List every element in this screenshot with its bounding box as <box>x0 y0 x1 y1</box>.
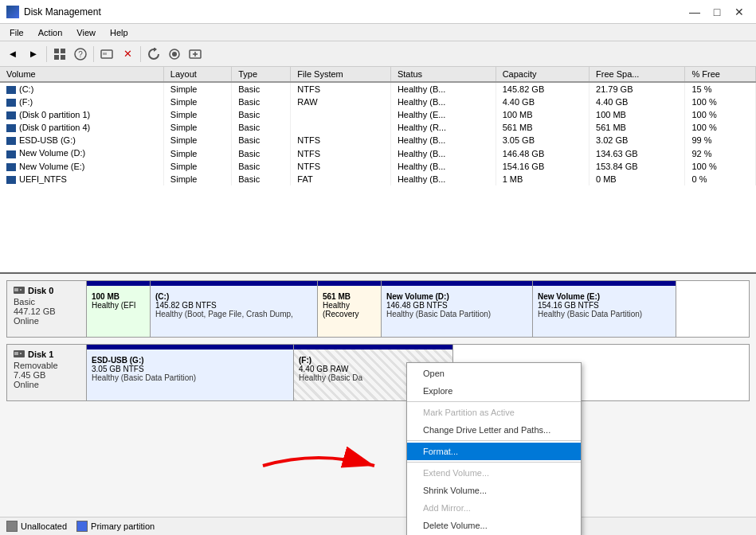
window-controls: — □ ✕ <box>684 4 750 20</box>
circle-button[interactable] <box>165 45 184 64</box>
volume-icon <box>6 137 16 145</box>
table-row[interactable]: New Volume (E:)SimpleBasicNTFSHealthy (B… <box>0 160 756 173</box>
menu-action[interactable]: Action <box>32 26 69 39</box>
disk-0-partition-4[interactable]: New Volume (E:)154.16 GB NTFSHealthy (Ba… <box>533 281 676 337</box>
disk-1-type: Removable <box>14 361 80 370</box>
view-button[interactable] <box>50 45 69 64</box>
arrow-annotation <box>255 446 382 487</box>
partition-header-bar <box>318 281 381 286</box>
col-type[interactable]: Type <box>232 67 291 82</box>
context-menu-separator <box>407 401 581 402</box>
partition-name: 100 MB <box>92 292 145 301</box>
back-button[interactable]: ◄ <box>3 45 22 64</box>
table-row[interactable]: New Volume (D:)SimpleBasicNTFSHealthy (B… <box>0 146 756 159</box>
svg-rect-3 <box>61 55 65 60</box>
partition-content: 100 MBHealthy (EFI <box>92 292 145 310</box>
disk-0-partition-2[interactable]: 561 MBHealthy (Recovery <box>318 281 382 337</box>
partition-name: New Volume (E:) <box>538 292 671 301</box>
disk-icon-btn[interactable] <box>97 45 116 64</box>
disk-0-partition-3[interactable]: New Volume (D:)146.48 GB NTFSHealthy (Ba… <box>382 281 533 337</box>
cell-3-7: 100 % <box>685 121 756 134</box>
partition-name: 561 MB <box>323 292 376 301</box>
disk-0-partition-0[interactable]: 100 MBHealthy (EFI <box>87 281 151 337</box>
table-row[interactable]: ESD-USB (G:)SimpleBasicNTFSHealthy (B...… <box>0 134 756 146</box>
menu-file[interactable]: File <box>3 26 30 39</box>
disk-0-partition-1[interactable]: (C:)145.82 GB NTFSHealthy (Boot, Page Fi… <box>151 281 318 337</box>
table-row[interactable]: UEFI_NTFSSimpleBasicFATHealthy (B...1 MB… <box>0 173 756 185</box>
disk-0-status: Online <box>14 316 80 326</box>
legend-unallocated: Unallocated <box>6 521 67 532</box>
col-fs[interactable]: File System <box>291 67 391 82</box>
svg-rect-1 <box>61 49 65 53</box>
partition-content: ESD-USB (G:)3.05 GB NTFSHealthy (Basic D… <box>92 356 288 382</box>
table-row[interactable]: (F:)SimpleBasicRAWHealthy (B...4.40 GB4.… <box>0 96 756 108</box>
table-row[interactable]: (Disk 0 partition 1)SimpleBasicHealthy (… <box>0 108 756 121</box>
minimize-button[interactable]: — <box>684 4 705 20</box>
cell-2-0: (Disk 0 partition 1) <box>0 108 163 121</box>
partition-content: New Volume (E:)154.16 GB NTFSHealthy (Ba… <box>538 292 671 318</box>
toolbar-separator-3 <box>140 46 141 62</box>
col-pct[interactable]: % Free <box>685 67 756 82</box>
volume-icon <box>6 124 16 132</box>
menu-view[interactable]: View <box>70 26 102 39</box>
partition-name: ESD-USB (G:) <box>92 356 288 365</box>
partition-content: New Volume (D:)146.48 GB NTFSHealthy (Ba… <box>386 292 527 318</box>
volume-icon <box>6 163 16 171</box>
toolbar-separator-2 <box>93 46 94 62</box>
add-button[interactable] <box>186 45 205 64</box>
ctx-item-5: Extend Volume... <box>407 464 581 482</box>
ctx-item-4[interactable]: Format... <box>407 443 581 460</box>
cell-0-2: Basic <box>232 82 291 96</box>
partition-header-bar <box>533 281 676 286</box>
forward-button[interactable]: ► <box>24 45 43 64</box>
cell-6-3: NTFS <box>291 160 391 173</box>
svg-rect-18 <box>20 353 22 354</box>
col-layout[interactable]: Layout <box>163 67 231 82</box>
ctx-item-0[interactable]: Open <box>407 365 581 382</box>
cell-4-4: Healthy (B... <box>390 134 496 146</box>
partition-content: (C:)145.82 GB NTFSHealthy (Boot, Page Fi… <box>155 292 312 318</box>
partition-extra: Healthy (Basic Data Partition) <box>386 310 527 318</box>
col-status[interactable]: Status <box>390 67 496 82</box>
cell-7-3: FAT <box>291 173 391 185</box>
legend-bar: Unallocated Primary partition <box>0 517 756 535</box>
partition-header-bar <box>151 281 317 286</box>
delete-button[interactable]: ✕ <box>118 45 137 64</box>
ctx-item-8[interactable]: Delete Volume... <box>407 517 581 534</box>
ctx-item-3[interactable]: Change Drive Letter and Paths... <box>407 421 581 439</box>
disk-1-name: Disk 1 <box>14 350 80 359</box>
volume-icon <box>6 111 16 119</box>
cell-2-3 <box>291 108 391 121</box>
partition-detail: Healthy (Recovery <box>323 301 376 318</box>
disk-1-label: Disk 1 Removable 7.45 GB Online <box>7 345 87 400</box>
table-row[interactable]: (Disk 0 partition 4)SimpleBasicHealthy (… <box>0 121 756 134</box>
maximize-button[interactable]: □ <box>707 4 727 20</box>
cell-2-6: 100 MB <box>590 108 685 121</box>
table-row[interactable]: (C:)SimpleBasicNTFSHealthy (B...145.82 G… <box>0 82 756 96</box>
disk-0-partitions: 100 MBHealthy (EFI(C:)145.82 GB NTFSHeal… <box>87 281 749 337</box>
disk-0-label: Disk 0 Basic 447.12 GB Online <box>7 281 87 337</box>
cell-3-0: (Disk 0 partition 4) <box>0 121 163 134</box>
cell-0-3: NTFS <box>291 82 391 96</box>
ctx-item-1[interactable]: Explore <box>407 382 581 400</box>
help-button[interactable]: ? <box>71 45 90 64</box>
cell-7-7: 0 % <box>685 173 756 185</box>
cell-5-6: 134.63 GB <box>590 146 685 159</box>
partition-header-bar <box>87 281 150 286</box>
app-icon <box>6 6 19 18</box>
disk-1-partition-0[interactable]: ESD-USB (G:)3.05 GB NTFSHealthy (Basic D… <box>87 345 294 400</box>
col-volume[interactable]: Volume <box>0 67 163 82</box>
ctx-item-6[interactable]: Shrink Volume... <box>407 482 581 499</box>
col-free[interactable]: Free Spa... <box>590 67 685 82</box>
partition-content: 561 MBHealthy (Recovery <box>323 292 376 318</box>
col-capacity[interactable]: Capacity <box>496 67 589 82</box>
cell-6-1: Simple <box>163 160 231 173</box>
cell-0-1: Simple <box>163 82 231 96</box>
close-button[interactable]: ✕ <box>729 4 750 20</box>
disk-1-size: 7.45 GB <box>14 370 80 380</box>
menu-help[interactable]: Help <box>104 26 135 39</box>
refresh-button[interactable] <box>144 45 163 64</box>
svg-rect-15 <box>20 289 22 291</box>
cell-6-5: 154.16 GB <box>496 160 589 173</box>
disk-1-title: Disk 1 <box>28 350 53 359</box>
